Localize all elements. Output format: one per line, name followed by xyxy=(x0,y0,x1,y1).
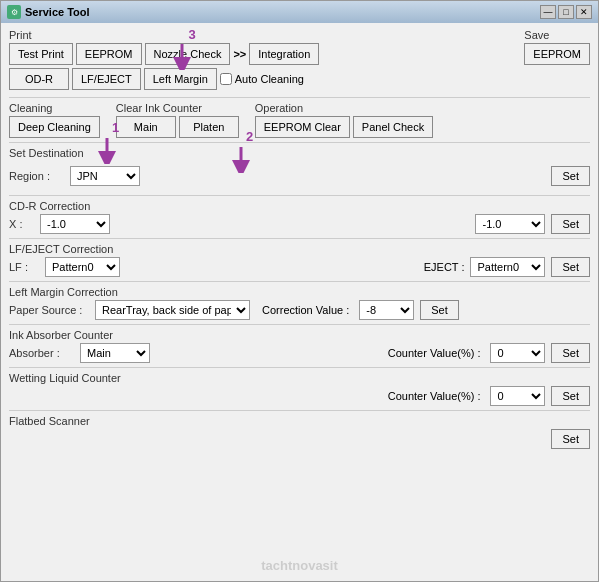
nozzle-check-button[interactable]: Nozzle Check xyxy=(145,43,231,65)
cdr-correction-row: X : -1.0-0.500.51.0 -1.0-0.500.51.0 Set xyxy=(9,214,590,234)
watermark: tachtnovasit xyxy=(261,558,338,573)
destination-set-button[interactable]: Set xyxy=(551,166,590,186)
lfeject-correction-label: LF/EJECT Correction xyxy=(9,243,113,255)
minimize-button[interactable]: — xyxy=(540,5,556,19)
divider2 xyxy=(9,142,590,143)
window-title: Service Tool xyxy=(25,6,90,18)
divider6 xyxy=(9,324,590,325)
ink-absorber-section: Ink Absorber Counter Absorber : MainSub … xyxy=(9,329,590,363)
ink-absorber-row: Absorber : MainSub Counter Value(%) : 01… xyxy=(9,343,590,363)
wetting-liquid-section: Wetting Liquid Counter Counter Value(%) … xyxy=(9,372,590,406)
main-button[interactable]: Main xyxy=(116,116,176,138)
wetting-counter-label: Counter Value(%) : xyxy=(388,390,481,402)
divider7 xyxy=(9,367,590,368)
clear-ink-label: Clear Ink Counter xyxy=(116,102,239,114)
cdr-x-select[interactable]: -1.0-0.500.51.0 xyxy=(40,214,110,234)
save-group: Save EEPROM xyxy=(524,29,590,93)
cdr-correction-label: CD-R Correction xyxy=(9,200,90,212)
main-content: 3 Print Test Print EEPROM Nozzle Check >… xyxy=(1,23,598,581)
wetting-liquid-row: Counter Value(%) : 0102050100 Set xyxy=(9,386,590,406)
operation-label: Operation xyxy=(255,102,433,114)
integration-button[interactable]: Integration xyxy=(249,43,319,65)
flatbed-set-button[interactable]: Set xyxy=(551,429,590,449)
od-r-button[interactable]: OD-R xyxy=(9,68,69,90)
deep-cleaning-button[interactable]: Deep Cleaning xyxy=(9,116,100,138)
correction-value-label: Correction Value : xyxy=(262,304,349,316)
flatbed-scanner-label: Flatbed Scanner xyxy=(9,415,90,427)
title-bar: ⚙ Service Tool — □ ✕ xyxy=(1,1,598,23)
maximize-button[interactable]: □ xyxy=(558,5,574,19)
ink-counter-label: Counter Value(%) : xyxy=(388,347,481,359)
title-bar-left: ⚙ Service Tool xyxy=(7,5,90,19)
wetting-counter-select[interactable]: 0102050100 xyxy=(490,386,545,406)
auto-cleaning-checkbox[interactable] xyxy=(220,73,232,85)
lf-eject-button[interactable]: LF/EJECT xyxy=(72,68,141,90)
left-margin-correction-row: Paper Source : RearTray, back side of pa… xyxy=(9,300,590,320)
lf-select[interactable]: Pattern0Pattern1Pattern2 xyxy=(45,257,120,277)
lfeject-correction-row: LF : Pattern0Pattern1Pattern2 EJECT : Pa… xyxy=(9,257,590,277)
test-print-button[interactable]: Test Print xyxy=(9,43,73,65)
eject-label: EJECT : xyxy=(424,261,465,273)
absorber-label: Absorber : xyxy=(9,347,74,359)
cdr-set-button[interactable]: Set xyxy=(551,214,590,234)
print-buttons-row1: Test Print EEPROM Nozzle Check >> Integr… xyxy=(9,43,319,65)
eject-select[interactable]: Pattern0Pattern1Pattern2 xyxy=(470,257,545,277)
save-eeprom-button[interactable]: EEPROM xyxy=(524,43,590,65)
left-margin-correction-label: Left Margin Correction xyxy=(9,286,118,298)
main-window: ⚙ Service Tool — □ ✕ 3 Print xyxy=(0,0,599,582)
region-row: Region : JPN USA EUR AUS 1 xyxy=(9,161,590,191)
wetting-liquid-label: Wetting Liquid Counter xyxy=(9,372,121,384)
platen-button[interactable]: Platen xyxy=(179,116,239,138)
top-area: Print Test Print EEPROM Nozzle Check >> … xyxy=(9,29,590,93)
region-select[interactable]: JPN USA EUR AUS xyxy=(70,166,140,186)
panel-check-button[interactable]: Panel Check xyxy=(353,116,433,138)
set-destination-label: Set Destination xyxy=(9,147,84,159)
divider1 xyxy=(9,97,590,98)
correction-value-select[interactable]: -8-7-6-50 xyxy=(359,300,414,320)
cdr-correction-section: CD-R Correction X : -1.0-0.500.51.0 -1.0… xyxy=(9,200,590,234)
cdr-right-select[interactable]: -1.0-0.500.51.0 xyxy=(475,214,545,234)
cleaning-section: Cleaning Deep Cleaning xyxy=(9,102,100,138)
print-label: Print xyxy=(9,29,319,41)
flatbed-scanner-row: Set xyxy=(9,429,590,449)
ink-absorber-set-button[interactable]: Set xyxy=(551,343,590,363)
eeprom-print-button[interactable]: EEPROM xyxy=(76,43,142,65)
double-arrow: >> xyxy=(233,48,246,60)
ink-counter-select[interactable]: 0102050100 xyxy=(490,343,545,363)
arrow1-icon xyxy=(92,136,122,164)
print-buttons-row2: OD-R LF/EJECT Left Margin Auto Cleaning xyxy=(9,68,319,90)
ink-absorber-label: Ink Absorber Counter xyxy=(9,329,113,341)
app-icon: ⚙ xyxy=(7,5,21,19)
region-label: Region : xyxy=(9,170,64,182)
paper-source-label: Paper Source : xyxy=(9,304,89,316)
absorber-select[interactable]: MainSub xyxy=(80,343,150,363)
close-button[interactable]: ✕ xyxy=(576,5,592,19)
auto-cleaning-label: Auto Cleaning xyxy=(235,73,304,85)
middle-section: Cleaning Deep Cleaning Clear Ink Counter… xyxy=(9,102,590,138)
eeprom-clear-button[interactable]: EEPROM Clear xyxy=(255,116,350,138)
divider3 xyxy=(9,195,590,196)
divider5 xyxy=(9,281,590,282)
window-controls: — □ ✕ xyxy=(540,5,592,19)
left-margin-button[interactable]: Left Margin xyxy=(144,68,217,90)
divider8 xyxy=(9,410,590,411)
cleaning-label: Cleaning xyxy=(9,102,100,114)
flatbed-scanner-section: Flatbed Scanner Set xyxy=(9,415,590,449)
clear-ink-section: Clear Ink Counter Main Platen xyxy=(116,102,239,138)
destination-section: Set Destination Region : JPN USA EUR AUS xyxy=(9,147,590,191)
lfeject-correction-section: LF/EJECT Correction LF : Pattern0Pattern… xyxy=(9,243,590,277)
auto-cleaning-group: Auto Cleaning xyxy=(220,73,304,85)
cdr-x-label: X : xyxy=(9,218,34,230)
divider4 xyxy=(9,238,590,239)
lfeject-set-button[interactable]: Set xyxy=(551,257,590,277)
save-label: Save xyxy=(524,29,590,41)
arrow2-icon xyxy=(226,145,256,173)
left-margin-set-button[interactable]: Set xyxy=(420,300,459,320)
left-margin-correction-section: Left Margin Correction Paper Source : Re… xyxy=(9,286,590,320)
paper-source-select[interactable]: RearTray, back side of paperFrontTrayCas… xyxy=(95,300,250,320)
wetting-set-button[interactable]: Set xyxy=(551,386,590,406)
lf-label: LF : xyxy=(9,261,39,273)
operation-section: Operation EEPROM Clear Panel Check xyxy=(255,102,433,138)
print-group: Print Test Print EEPROM Nozzle Check >> … xyxy=(9,29,319,93)
